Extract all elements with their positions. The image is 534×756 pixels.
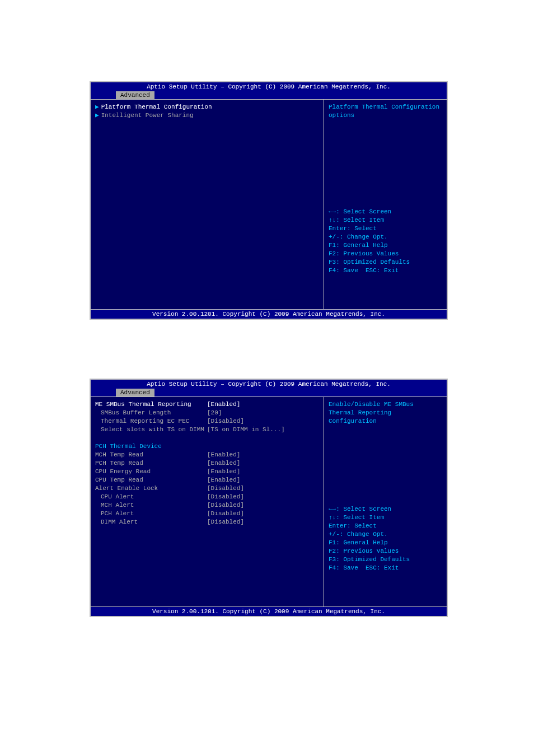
- main-panel: ME SMBus Thermal Reporting [Enabled] SMB…: [91, 397, 324, 606]
- setting-label: MCH Alert: [95, 501, 207, 510]
- nav-select-item: ↑↓: Select Item: [329, 514, 442, 522]
- arrow-icon: ▶: [95, 111, 99, 120]
- setting-value: [Disabled]: [207, 510, 244, 518]
- setting-value: [20]: [207, 409, 222, 417]
- setting-mch-alert[interactable]: MCH Alert [Disabled]: [95, 501, 319, 510]
- setting-label: MCH Temp Read: [95, 451, 207, 459]
- nav-f2: F2: Previous Values: [329, 250, 442, 258]
- setting-label: DIMM Alert: [95, 518, 207, 526]
- setting-value: [Enabled]: [207, 400, 240, 409]
- nav-change-opt: +/-: Change Opt.: [329, 233, 442, 241]
- nav-f3: F3: Optimized Defaults: [329, 556, 442, 564]
- content-area: ▶ Platform Thermal Configuration ▶ Intel…: [91, 99, 447, 309]
- arrow-icon: ▶: [95, 103, 99, 111]
- setting-label: ME SMBus Thermal Reporting: [95, 400, 207, 409]
- setting-thermal-ec-pec[interactable]: Thermal Reporting EC PEC [Disabled]: [95, 417, 319, 426]
- bios-screen-1: Aptio Setup Utility – Copyright (C) 2009…: [90, 81, 448, 320]
- nav-help: ←→: Select Screen ↑↓: Select Item Enter:…: [329, 208, 442, 275]
- section-pch-thermal: PCH Thermal Device: [95, 442, 319, 451]
- nav-f4: F4: Save ESC: Exit: [329, 564, 442, 572]
- bios-screen-2: Aptio Setup Utility – Copyright (C) 2009…: [90, 379, 448, 617]
- header-text: Aptio Setup Utility – Copyright (C) 2009…: [91, 380, 447, 389]
- main-panel: ▶ Platform Thermal Configuration ▶ Intel…: [91, 100, 324, 309]
- nav-f4: F4: Save ESC: Exit: [329, 267, 442, 275]
- setting-label: CPU Temp Read: [95, 476, 207, 484]
- setting-value: [Disabled]: [207, 493, 244, 501]
- setting-cpu-alert[interactable]: CPU Alert [Disabled]: [95, 493, 319, 501]
- header-text: Aptio Setup Utility – Copyright (C) 2009…: [91, 82, 447, 91]
- setting-label: Alert Enable Lock: [95, 484, 207, 493]
- tab-bar: Advanced: [91, 91, 447, 99]
- nav-enter: Enter: Select: [329, 522, 442, 530]
- setting-mch-temp[interactable]: MCH Temp Read [Enabled]: [95, 451, 319, 459]
- setting-label: CPU Alert: [95, 493, 207, 501]
- menu-label: Intelligent Power Sharing: [101, 111, 194, 120]
- tab-advanced[interactable]: Advanced: [116, 389, 154, 396]
- setting-label: PCH Temp Read: [95, 459, 207, 468]
- setting-value: [Disabled]: [207, 484, 244, 493]
- content-area: ME SMBus Thermal Reporting [Enabled] SMB…: [91, 396, 447, 606]
- setting-value: [Enabled]: [207, 451, 240, 459]
- setting-label: Select slots with TS on DIMM: [95, 426, 207, 434]
- menu-intelligent-power[interactable]: ▶ Intelligent Power Sharing: [95, 111, 319, 120]
- nav-select-screen: ←→: Select Screen: [329, 208, 442, 216]
- setting-label: CPU Energy Read: [95, 468, 207, 476]
- setting-value: [Enabled]: [207, 468, 240, 476]
- menu-platform-thermal[interactable]: ▶ Platform Thermal Configuration: [95, 103, 319, 111]
- nav-help: ←→: Select Screen ↑↓: Select Item Enter:…: [329, 505, 442, 572]
- setting-me-smbus[interactable]: ME SMBus Thermal Reporting [Enabled]: [95, 400, 319, 409]
- setting-alert-lock[interactable]: Alert Enable Lock [Disabled]: [95, 484, 319, 493]
- nav-change-opt: +/-: Change Opt.: [329, 530, 442, 539]
- nav-select-screen: ←→: Select Screen: [329, 505, 442, 514]
- setting-value: [TS on DIMM in Sl...]: [207, 426, 285, 434]
- tab-bar: Advanced: [91, 389, 447, 396]
- setting-cpu-temp[interactable]: CPU Temp Read [Enabled]: [95, 476, 319, 484]
- setting-label: SMBus Buffer Length: [95, 409, 207, 417]
- nav-f3: F3: Optimized Defaults: [329, 258, 442, 267]
- setting-dimm-alert[interactable]: DIMM Alert [Disabled]: [95, 518, 319, 526]
- nav-f1: F1: General Help: [329, 539, 442, 547]
- setting-ts-dimm-slots[interactable]: Select slots with TS on DIMM [TS on DIMM…: [95, 426, 319, 434]
- setting-value: [Enabled]: [207, 459, 240, 468]
- nav-select-item: ↑↓: Select Item: [329, 216, 442, 225]
- setting-pch-alert[interactable]: PCH Alert [Disabled]: [95, 510, 319, 518]
- setting-value: [Disabled]: [207, 417, 244, 426]
- setting-smbus-buffer[interactable]: SMBus Buffer Length [20]: [95, 409, 319, 417]
- side-panel: Platform Thermal Configuration options ←…: [324, 100, 447, 309]
- setting-label: Thermal Reporting EC PEC: [95, 417, 207, 426]
- tab-advanced[interactable]: Advanced: [116, 91, 154, 99]
- setting-pch-temp[interactable]: PCH Temp Read [Enabled]: [95, 459, 319, 468]
- menu-label: Platform Thermal Configuration: [101, 103, 212, 111]
- setting-value: [Disabled]: [207, 518, 244, 526]
- nav-enter: Enter: Select: [329, 225, 442, 233]
- side-panel: Enable/Disable ME SMBus Thermal Reportin…: [324, 397, 447, 606]
- nav-f1: F1: General Help: [329, 241, 442, 250]
- footer-text: Version 2.00.1201. Copyright (C) 2009 Am…: [91, 309, 447, 319]
- setting-cpu-energy[interactable]: CPU Energy Read [Enabled]: [95, 468, 319, 476]
- setting-value: [Enabled]: [207, 476, 240, 484]
- help-text: Platform Thermal Configuration options: [329, 103, 442, 208]
- footer-text: Version 2.00.1201. Copyright (C) 2009 Am…: [91, 606, 447, 616]
- setting-value: [Disabled]: [207, 501, 244, 510]
- nav-f2: F2: Previous Values: [329, 547, 442, 556]
- help-text: Enable/Disable ME SMBus Thermal Reportin…: [329, 400, 442, 505]
- setting-label: PCH Alert: [95, 510, 207, 518]
